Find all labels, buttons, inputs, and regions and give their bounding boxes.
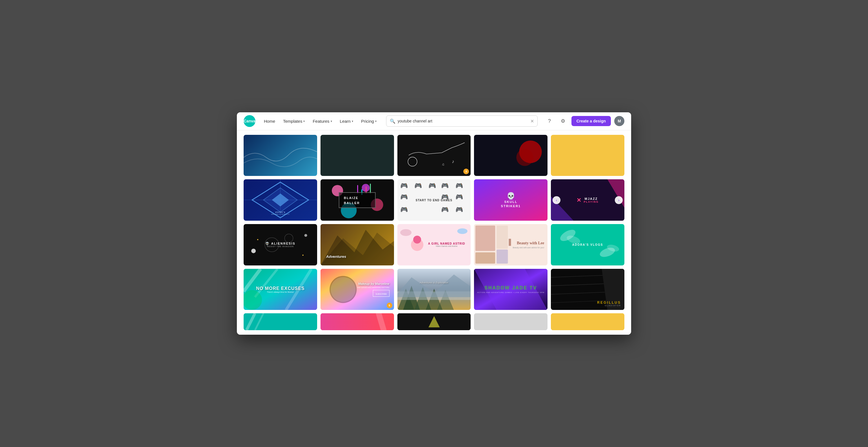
svg-rect-84 [551, 313, 624, 330]
svg-point-37 [303, 254, 304, 256]
nav-right: ? ⚙ Create a design M [545, 116, 624, 126]
template-card[interactable] [244, 135, 317, 176]
svg-text:🎮: 🎮 [414, 182, 422, 190]
girl-sub: Video Games and Anime [428, 245, 465, 247]
start-to-end-label: START TO END GAMES [416, 198, 452, 201]
template-card[interactable]: SHADOW JADE TV ACTION AND ADVENTURE GAME… [474, 269, 548, 310]
svg-point-33 [284, 234, 293, 242]
svg-text:🎮: 🎮 [428, 182, 436, 190]
template-card[interactable]: ADORA'S VLOGS [551, 224, 624, 265]
pro-badge: $ [387, 302, 392, 308]
template-card[interactable] [320, 313, 394, 330]
clear-icon[interactable]: ✕ [530, 119, 534, 124]
chevron-down-icon: ▾ [331, 120, 332, 123]
dark-triangle-dec [397, 313, 471, 330]
makeup-label: Makeup by Marceline [357, 282, 389, 285]
template-card[interactable]: ♪ ♫ $ [397, 135, 471, 176]
chevron-down-icon: ▾ [375, 120, 376, 123]
template-card[interactable] [244, 313, 317, 330]
template-card[interactable]: victor's WINNING IS WORTH IT [244, 179, 317, 221]
vlogs-label: ADORA'S VLOGS [572, 243, 603, 246]
template-card[interactable] [320, 135, 394, 176]
pro-badge: $ [463, 169, 469, 174]
prev-arrow[interactable]: ‹ [553, 196, 560, 204]
template-card[interactable]: 💀 SKULLSTRIKER1 [474, 179, 548, 221]
template-card[interactable]: Adventures & Exploration [397, 269, 471, 310]
mjazz-label: MJAZZ [584, 197, 598, 200]
svg-point-41 [457, 228, 467, 234]
svg-rect-45 [475, 252, 495, 263]
template-card[interactable] [474, 135, 548, 176]
shadow-jade-sub: ACTION AND ADVENTURE GAMES • LIVE EVERY … [477, 292, 545, 293]
canva-logo[interactable]: Canva [244, 115, 255, 127]
nav-learn[interactable]: Learn ▾ [337, 117, 356, 125]
regillus-label: REGILLUS [597, 300, 621, 305]
svg-text:🎮: 🎮 [441, 206, 449, 214]
gear-icon: ⚙ [561, 118, 565, 124]
avatar[interactable]: M [614, 116, 624, 126]
svg-rect-48 [509, 239, 511, 246]
search-input[interactable] [398, 119, 528, 123]
template-card[interactable]: 🎮 🎮 🎮 🎮 🎮 🎮 🎮 🎮 🎮 🎮 🎮 START TO EN [397, 179, 471, 221]
svg-point-35 [305, 234, 307, 237]
svg-text:🎮: 🎮 [455, 182, 463, 190]
svg-text:♫: ♫ [442, 162, 444, 166]
adventures-label: Adventures [326, 254, 346, 259]
ocean-decoration [244, 135, 317, 176]
skull-emoji: 💀 [501, 192, 521, 200]
template-card[interactable]: NO MORE EXCUSES There's always time for … [244, 269, 317, 310]
girl-label: A GIRL NAMED ASTRID [428, 242, 465, 245]
template-card[interactable]: Makeup by Marceline New uploads every We… [320, 269, 394, 310]
nav-templates[interactable]: Templates ▾ [280, 117, 308, 125]
chevron-down-icon: ▾ [303, 120, 305, 123]
skull-label: SKULLSTRIKER1 [501, 200, 521, 208]
svg-point-0 [408, 157, 417, 166]
svg-rect-44 [475, 225, 495, 251]
chevron-down-icon: ▾ [352, 120, 353, 123]
svg-rect-83 [474, 313, 548, 330]
nav-pricing[interactable]: Pricing ▾ [358, 117, 379, 125]
help-icon: ? [548, 118, 551, 124]
gray-photo-dec [474, 313, 548, 330]
navbar: Canva Home Templates ▾ Features ▾ Learn … [237, 112, 631, 130]
template-card[interactable] [551, 135, 624, 176]
template-card[interactable]: ✕ MJAZZ PLAYING ‹ › [551, 179, 624, 221]
create-design-button[interactable]: Create a design [571, 116, 611, 126]
template-grid: ♪ ♫ $ [237, 130, 631, 335]
teal-bottom-dec [244, 313, 317, 330]
fitness-label: NO MORE EXCUSES [256, 286, 305, 291]
settings-button[interactable]: ⚙ [558, 116, 568, 126]
svg-rect-46 [497, 249, 508, 263]
red-bottom-dec [320, 313, 394, 330]
template-card[interactable]: REGILLUS GLADIATOR [551, 269, 624, 310]
template-card[interactable] [474, 313, 548, 330]
main-content: ♪ ♫ $ [237, 130, 631, 335]
template-card[interactable] [397, 313, 471, 330]
svg-point-36 [257, 239, 258, 240]
template-card[interactable]: 👽 ALIENRESIS RESIST THE INVASION [244, 224, 317, 265]
mountains-decoration [320, 224, 394, 265]
svg-point-60 [331, 277, 355, 302]
makeup-box-text: SUBSCRIBE [375, 293, 387, 295]
template-card[interactable]: Beauty with Lee Beauty and self-care adv… [474, 224, 548, 265]
alien-sub: RESIST THE INVASION [265, 246, 296, 248]
template-card[interactable]: Adventures [320, 224, 394, 265]
template-card[interactable]: A GIRL NAMED ASTRID Video Games and Anim… [397, 224, 471, 265]
help-button[interactable]: ? [545, 116, 555, 126]
svg-point-43 [413, 235, 421, 244]
beauty-title: Beauty with Lee [513, 241, 545, 246]
nav-features[interactable]: Features ▾ [310, 117, 335, 125]
makeup-sub: New uploads every Wednesday and Friday [357, 287, 389, 288]
template-card[interactable]: BLAIZE BALLER [320, 179, 394, 221]
svg-point-34 [251, 249, 256, 253]
svg-point-4 [517, 149, 533, 166]
svg-text:🎮: 🎮 [455, 193, 463, 201]
search-bar: 🔍 ✕ [386, 116, 538, 127]
svg-marker-30 [608, 179, 624, 207]
template-card[interactable] [551, 313, 624, 330]
nav-home[interactable]: Home [261, 117, 278, 125]
svg-text:🎮: 🎮 [441, 182, 449, 190]
alien-label: 👽 ALIENRESIS [265, 242, 296, 246]
next-arrow[interactable]: › [615, 196, 623, 204]
browser-window: Canva Home Templates ▾ Features ▾ Learn … [237, 112, 631, 335]
